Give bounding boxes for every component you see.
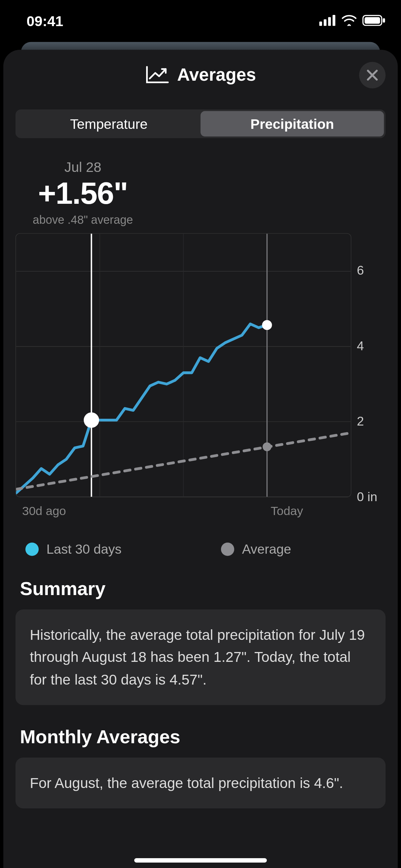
line-chart-icon	[145, 65, 169, 84]
readout-date: Jul 28	[3, 159, 162, 175]
readout-subtitle: above .48" average	[3, 213, 162, 226]
summary-text: Historically, the average total precipit…	[30, 627, 365, 688]
monthly-heading: Monthly Averages	[20, 726, 381, 748]
tab-precipitation[interactable]: Precipitation	[201, 111, 384, 137]
y-tick-label: 2	[357, 414, 364, 429]
wifi-icon	[341, 13, 357, 30]
legend-actual-dot	[25, 542, 39, 556]
metric-segmented-control: Temperature Precipitation	[16, 110, 386, 138]
legend-actual-label: Last 30 days	[46, 541, 122, 557]
tab-temperature[interactable]: Temperature	[17, 111, 201, 137]
legend-average: Average	[221, 541, 291, 557]
svg-rect-6	[383, 18, 385, 22]
summary-card: Historically, the average total precipit…	[16, 610, 386, 705]
home-indicator[interactable]	[134, 858, 267, 863]
x-axis-today-label: Today	[271, 504, 303, 518]
x-axis-start-label: 30d ago	[22, 504, 66, 518]
y-tick-label: 4	[357, 339, 364, 354]
legend-actual: Last 30 days	[25, 541, 122, 557]
svg-point-18	[84, 412, 99, 428]
sheet-header: Averages	[3, 50, 398, 100]
summary-heading: Summary	[20, 578, 381, 600]
status-time: 09:41	[26, 13, 63, 30]
svg-rect-1	[324, 19, 326, 26]
y-tick-label: 6	[357, 263, 364, 278]
svg-rect-5	[365, 17, 380, 24]
precipitation-chart[interactable]: 0 in246 30d ago Today	[16, 233, 386, 532]
monthly-card: For August, the average total precipitat…	[16, 757, 386, 808]
chart-readout: Jul 28 +1.56" above .48" average	[3, 159, 162, 226]
chart-legend: Last 30 days Average	[25, 541, 376, 557]
status-bar: 09:41	[0, 0, 401, 32]
svg-rect-3	[333, 15, 335, 26]
svg-rect-0	[319, 21, 322, 26]
readout-value: +1.56"	[3, 175, 162, 211]
battery-icon	[362, 13, 385, 30]
legend-average-dot	[221, 542, 234, 556]
svg-point-16	[263, 442, 272, 451]
y-tick-label: 0 in	[357, 490, 377, 505]
status-right	[319, 13, 386, 30]
cellular-icon	[319, 13, 336, 30]
svg-point-17	[262, 320, 272, 330]
averages-sheet: Averages Temperature Precipitation Jul 2…	[3, 50, 398, 868]
close-icon	[366, 69, 378, 81]
svg-rect-2	[328, 17, 331, 26]
monthly-text: For August, the average total precipitat…	[30, 775, 343, 791]
sheet-title-text: Averages	[177, 64, 256, 85]
close-button[interactable]	[359, 62, 385, 88]
legend-average-label: Average	[242, 541, 291, 557]
